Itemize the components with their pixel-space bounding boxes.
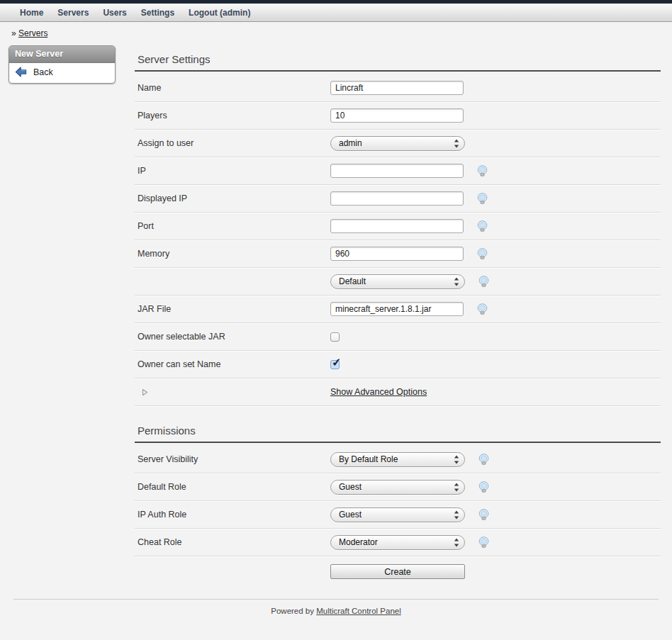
- form-row-assign-to-user: Assign to useradmin: [135, 130, 661, 157]
- hint-bulb-icon[interactable]: [478, 509, 490, 521]
- select-arrows-icon: [454, 483, 459, 492]
- memory-preset-select[interactable]: Default: [330, 274, 465, 289]
- jar-file-input[interactable]: [330, 302, 464, 316]
- field-control: [330, 219, 464, 233]
- field-label-ip-auth-role: IP Auth Role: [138, 510, 330, 520]
- field-control: [330, 332, 340, 342]
- selected-value: admin: [339, 138, 454, 148]
- permissions-rows: Server VisibilityBy Default RoleDefault …: [135, 446, 661, 556]
- form-row-server-visibility: Server VisibilityBy Default Role: [135, 446, 661, 473]
- field-label-server-visibility: Server Visibility: [138, 454, 330, 464]
- main-nav: Home Servers Users Settings Logout (admi…: [0, 4, 672, 22]
- field-label-jar-file: JAR File: [138, 304, 330, 314]
- hint-bulb-icon[interactable]: [476, 248, 488, 260]
- arrow-left-icon: [15, 67, 27, 77]
- select-arrows-icon: [454, 510, 459, 520]
- footer-text: Powered by: [271, 607, 314, 615]
- section-divider: [135, 442, 661, 443]
- form-row-memory: Memory: [135, 240, 661, 268]
- advanced-toggle-area: [138, 388, 330, 396]
- hint-bulb-icon[interactable]: [476, 193, 488, 205]
- hint-bulb-icon[interactable]: [478, 481, 490, 493]
- owner-can-set-name-checkbox[interactable]: [330, 360, 340, 369]
- field-control: admin: [330, 136, 465, 151]
- select-arrows-icon: [454, 538, 459, 547]
- field-label-cheat-role: Cheat Role: [138, 537, 330, 547]
- field-control: Moderator: [330, 535, 465, 550]
- name-input[interactable]: [330, 81, 464, 95]
- field-control: Show Advanced Options: [330, 387, 427, 397]
- footer: Powered by Multicraft Control Panel: [13, 599, 659, 615]
- default-role-select[interactable]: Guest: [330, 480, 465, 495]
- form-row-ip: IP: [135, 157, 661, 185]
- field-label-players: Players: [138, 111, 330, 120]
- field-control: Guest: [330, 507, 465, 522]
- field-control: Guest: [330, 480, 465, 495]
- form-row-owner-selectable-jar: Owner selectable JAR: [135, 323, 661, 351]
- form-row-memory-preset: Default: [135, 268, 661, 296]
- create-row: Create: [135, 556, 661, 579]
- nav-item-settings[interactable]: Settings: [141, 8, 174, 18]
- nav-item-home[interactable]: Home: [20, 8, 43, 18]
- selected-value: Default: [339, 276, 454, 286]
- server-visibility-select[interactable]: By Default Role: [330, 452, 465, 467]
- memory-input[interactable]: [330, 247, 464, 261]
- form-row-owner-can-set-name: Owner can set Name: [135, 351, 661, 378]
- select-arrows-icon: [454, 277, 459, 286]
- show-advanced-options-link[interactable]: Show Advanced Options: [330, 387, 427, 397]
- port-input[interactable]: [330, 219, 464, 233]
- section-title-server-settings: Server Settings: [135, 40, 661, 70]
- breadcrumb-link-servers[interactable]: Servers: [18, 28, 47, 38]
- nav-item-users[interactable]: Users: [103, 8, 126, 18]
- hint-bulb-icon[interactable]: [478, 454, 490, 466]
- field-label-name: Name: [138, 83, 330, 93]
- hint-bulb-icon[interactable]: [476, 165, 488, 177]
- sidebar-item-back-label: Back: [33, 67, 53, 77]
- hint-bulb-icon[interactable]: [478, 276, 490, 288]
- form-row-cheat-role: Cheat RoleModerator: [135, 529, 661, 556]
- field-control: [330, 108, 464, 123]
- field-control: [330, 191, 464, 206]
- select-arrows-icon: [454, 455, 459, 464]
- displayed-ip-input[interactable]: [330, 191, 464, 206]
- field-label-owner-selectable-jar: Owner selectable JAR: [138, 332, 330, 342]
- field-control: [330, 360, 340, 369]
- form-row-advanced-options: Show Advanced Options: [135, 378, 661, 406]
- field-label-assign-to-user: Assign to user: [138, 138, 330, 148]
- form-row-name: Name: [135, 74, 661, 102]
- footer-link-multicraft[interactable]: Multicraft Control Panel: [316, 607, 401, 615]
- sidebar-panel: New Server Back: [9, 45, 116, 84]
- create-button[interactable]: Create: [330, 564, 465, 579]
- main-content: Server Settings NamePlayersAssign to use…: [135, 40, 661, 579]
- form-row-default-role: Default RoleGuest: [135, 473, 661, 501]
- hint-bulb-icon[interactable]: [476, 303, 488, 315]
- field-control: [330, 164, 464, 178]
- players-input[interactable]: [330, 108, 464, 123]
- server-settings-rows: NamePlayersAssign to useradminIPDisplaye…: [135, 74, 661, 406]
- ip-input[interactable]: [330, 164, 464, 178]
- nav-item-logout[interactable]: Logout (admin): [189, 8, 250, 18]
- sidebar-title: New Server: [9, 46, 115, 63]
- section-divider: [135, 70, 661, 72]
- ip-auth-role-select[interactable]: Guest: [330, 507, 465, 522]
- field-label-ip: IP: [138, 166, 330, 176]
- selected-value: Guest: [339, 482, 454, 492]
- field-control: [330, 81, 464, 95]
- hint-bulb-icon[interactable]: [476, 220, 488, 232]
- nav-item-servers[interactable]: Servers: [57, 8, 89, 18]
- field-label-default-role: Default Role: [138, 482, 330, 492]
- field-control: [330, 302, 464, 316]
- select-arrows-icon: [454, 139, 459, 148]
- field-label-displayed-ip: Displayed IP: [138, 193, 330, 203]
- owner-selectable-jar-checkbox[interactable]: [330, 332, 340, 342]
- cheat-role-select[interactable]: Moderator: [330, 535, 465, 550]
- selected-value: Guest: [339, 510, 454, 520]
- assign-to-user-select[interactable]: admin: [330, 136, 465, 151]
- triangle-right-icon[interactable]: [142, 388, 148, 396]
- hint-bulb-icon[interactable]: [478, 537, 490, 549]
- form-row-displayed-ip: Displayed IP: [135, 185, 661, 213]
- form-row-players: Players: [135, 102, 661, 130]
- field-control: By Default Role: [330, 452, 465, 467]
- sidebar-item-back[interactable]: Back: [9, 63, 115, 83]
- field-control: Default: [330, 274, 465, 289]
